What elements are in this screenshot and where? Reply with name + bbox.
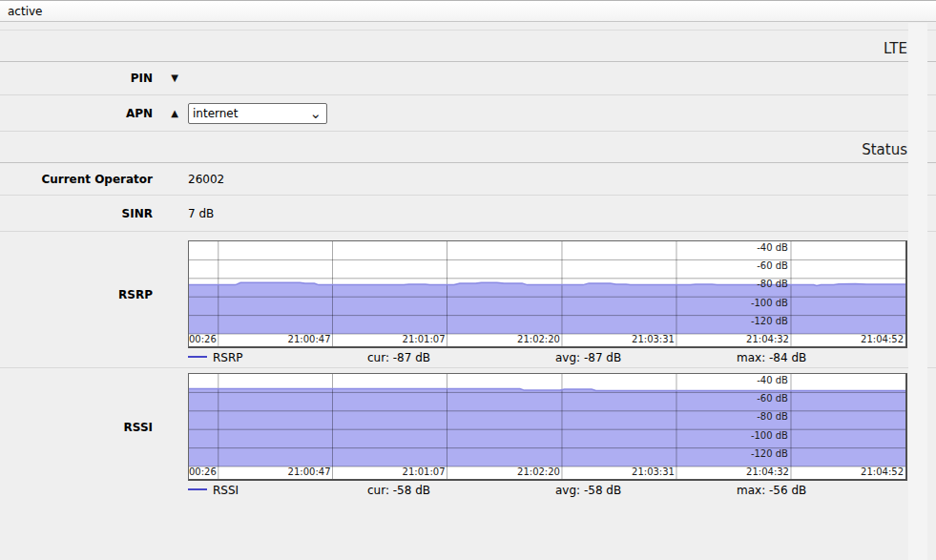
lte-title-label: LTE (884, 40, 907, 57)
svg-text::00:26: :00:26 (189, 334, 217, 344)
svg-text:-40 dB: -40 dB (757, 375, 788, 385)
svg-text:-120 dB: -120 dB (751, 448, 788, 459)
row-apn: APN ▲ internet ⌄ (0, 95, 936, 132)
status-title-label: Status (862, 141, 907, 158)
svg-text:-60 dB: -60 dB (757, 393, 788, 404)
rssi-legend-max: max: -56 dB (737, 484, 806, 497)
apn-label: APN (0, 107, 153, 120)
current-operator-value: 26002 (188, 173, 224, 186)
rsrp-chart-col: -40 dB-60 dB-80 dB-100 dB-120 dB:00:2621… (188, 240, 907, 367)
rssi-row-label: RSSI (0, 373, 153, 481)
rssi-legend-name: RSSI (188, 484, 239, 497)
rsrp-legend-name: RSRP (188, 351, 243, 364)
triangle-up-icon: ▲ (171, 108, 178, 118)
svg-text:21:04:32: 21:04:32 (746, 334, 789, 344)
rssi-chart-row: RSSI -40 dB-60 dB-80 dB-100 dB-120 dB:00… (0, 368, 936, 500)
svg-text:-100 dB: -100 dB (751, 430, 788, 441)
svg-text:21:02:20: 21:02:20 (517, 467, 560, 477)
triangle-down-icon: ▼ (171, 73, 178, 83)
svg-text:21:00:47: 21:00:47 (288, 467, 331, 477)
svg-text::00:26: :00:26 (189, 467, 217, 477)
svg-text:-80 dB: -80 dB (757, 411, 788, 422)
spacer-row (0, 22, 936, 31)
rsrp-chart: -40 dB-60 dB-80 dB-100 dB-120 dB:00:2621… (188, 240, 907, 348)
rssi-line-swatch-icon (188, 488, 207, 490)
svg-text:-120 dB: -120 dB (751, 316, 788, 326)
rssi-legend-avg: avg: -58 dB (555, 484, 621, 497)
rssi-legend-label: RSSI (213, 484, 239, 497)
sinr-label: SINR (0, 207, 153, 220)
svg-text:-100 dB: -100 dB (751, 298, 788, 308)
svg-text:21:01:07: 21:01:07 (403, 467, 446, 477)
apn-select[interactable]: internet (188, 103, 327, 124)
row-current-operator: Current Operator 26002 (0, 163, 936, 196)
row-sinr: SINR 7 dB (0, 196, 936, 232)
svg-text:21:03:31: 21:03:31 (632, 467, 675, 477)
section-title-lte: LTE (0, 31, 936, 62)
svg-text:21:00:47: 21:00:47 (288, 334, 331, 344)
rsrp-legend-label: RSRP (213, 351, 243, 364)
rsrp-chart-row: RSRP -40 dB-60 dB-80 dB-100 dB-120 dB:00… (0, 232, 936, 368)
rsrp-legend-avg: avg: -87 dB (555, 351, 621, 364)
rsrp-legend: RSRP cur: -87 dB avg: -87 dB max: -84 dB (188, 351, 905, 365)
svg-text:21:04:52: 21:04:52 (861, 467, 904, 477)
apn-select-wrap: internet ⌄ (188, 103, 327, 124)
rsrp-line-swatch-icon (188, 356, 207, 358)
svg-text:-80 dB: -80 dB (757, 279, 788, 289)
svg-text:21:04:32: 21:04:32 (746, 467, 789, 477)
row-pin: PIN ▼ (0, 62, 936, 95)
svg-text:21:02:20: 21:02:20 (517, 334, 560, 344)
svg-text:21:04:52: 21:04:52 (861, 334, 904, 344)
pin-collapse-button[interactable]: ▼ (168, 73, 181, 83)
rssi-chart-col: -40 dB-60 dB-80 dB-100 dB-120 dB:00:2621… (188, 373, 907, 500)
rssi-legend-cur: cur: -58 dB (367, 484, 430, 497)
svg-text:21:03:31: 21:03:31 (632, 334, 675, 344)
apn-collapse-button[interactable]: ▲ (168, 109, 181, 118)
svg-text:-40 dB: -40 dB (757, 242, 788, 253)
rssi-chart: -40 dB-60 dB-80 dB-100 dB-120 dB:00:2621… (188, 373, 907, 481)
svg-text:-60 dB: -60 dB (757, 260, 788, 271)
rsrp-legend-max: max: -84 dB (737, 351, 806, 364)
sinr-value: 7 dB (188, 207, 214, 220)
tab-bar: active (0, 0, 936, 22)
current-operator-label: Current Operator (0, 173, 153, 186)
section-title-status: Status (0, 132, 936, 163)
right-gutter (908, 23, 927, 560)
svg-text:21:01:07: 21:01:07 (403, 334, 446, 344)
rsrp-row-label: RSRP (0, 240, 153, 348)
rssi-legend: RSSI cur: -58 dB avg: -58 dB max: -56 dB (188, 484, 905, 498)
tab-active[interactable]: active (8, 5, 42, 18)
pin-label: PIN (0, 72, 153, 85)
rsrp-legend-cur: cur: -87 dB (367, 351, 430, 364)
